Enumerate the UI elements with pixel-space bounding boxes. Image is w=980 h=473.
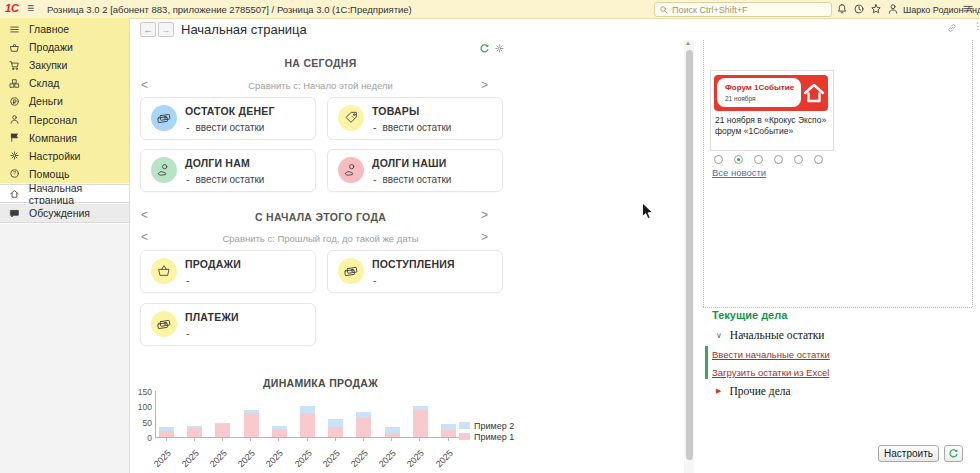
carousel-dot[interactable] [814, 155, 823, 164]
task-group-initial-balances[interactable]: ∨ Начальные остатки [716, 329, 825, 341]
sidebar-item-nastroyki[interactable]: Настройки [0, 147, 129, 165]
y-axis-label: 100 [130, 402, 152, 412]
user-account-icon[interactable] [887, 3, 899, 15]
all-news-link[interactable]: Все новости [712, 167, 766, 178]
scrollbar-up-icon[interactable]: ▲ [685, 40, 691, 46]
news-widget[interactable]: Форум 1Событие 21 ноября 21 ноября в «Кр… [710, 70, 834, 151]
chart-bar-segment [328, 419, 343, 426]
chart-bar-segment [356, 418, 371, 437]
sidebar-item-label: Склад [29, 77, 59, 89]
chart-bar-segment [187, 426, 202, 428]
back-button[interactable]: ← [140, 22, 156, 37]
settings-gear-icon[interactable] [494, 43, 505, 54]
news-caption[interactable]: 21 ноября в «Крокус Экспо» форум «1Событ… [715, 115, 828, 137]
more-menu-icon[interactable]: ⋮ [973, 21, 980, 31]
refresh-button[interactable] [944, 445, 963, 462]
chart-bar-segment [385, 433, 400, 437]
chart-bar-segment [413, 410, 428, 437]
hand-coin-icon [338, 157, 364, 183]
user-menu-icon[interactable] [962, 3, 974, 15]
current-tasks-heading: Текущие дела [712, 309, 787, 321]
x-axis-tick [250, 438, 251, 441]
search-input[interactable]: Поиск Ctrl+Shift+F [654, 2, 832, 17]
compare-with-label[interactable]: Сравнить с: Прошлый год, до такой же дат… [160, 233, 481, 244]
refresh-icon[interactable] [479, 43, 490, 54]
task-group-other-tasks[interactable]: ▶ Прочие дела [716, 385, 791, 397]
panel-divider [703, 307, 972, 308]
next-period-icon[interactable]: > [481, 231, 488, 243]
sidebar-item-label: Обсуждения [29, 207, 90, 219]
card-our-debts[interactable]: ДОЛГИ НАШИ -ввести остатки [327, 149, 503, 192]
task-group-label: Начальные остатки [730, 329, 825, 341]
news-banner[interactable]: Форум 1Событие 21 ноября [714, 75, 828, 111]
enter-initial-balances-link[interactable]: Ввести начальные остатки [712, 349, 830, 360]
prev-period-icon[interactable]: < [141, 231, 148, 243]
card-goods[interactable]: ТОВАРЫ -ввести остатки [327, 97, 503, 140]
chevron-down-icon[interactable]: ∨ [716, 331, 722, 340]
chart-bar-segment [441, 424, 456, 430]
get-link-icon[interactable] [946, 22, 958, 34]
favorites-star-icon[interactable] [870, 3, 882, 15]
banknotes-icon [338, 258, 364, 284]
card-value: - [186, 327, 190, 339]
notifications-bell-icon[interactable] [836, 3, 848, 15]
menu-icon [9, 24, 20, 35]
next-period-icon[interactable]: > [481, 79, 488, 91]
sidebar-item-pomosch[interactable]: ?Помощь [0, 165, 129, 183]
sidebar-item-label: Закупки [29, 59, 67, 71]
chart-bar-segment [159, 427, 174, 431]
enter-balances-link[interactable]: ввести остатки [383, 174, 452, 185]
price-tag-icon [338, 105, 364, 131]
prev-period-icon[interactable]: < [141, 79, 148, 91]
forward-button[interactable]: → [158, 22, 174, 37]
sidebar-item-label: Персонал [29, 114, 77, 126]
sidebar-item-kompaniya[interactable]: Компания [0, 129, 129, 147]
sidebar-item-prodazhi[interactable]: Продажи [0, 38, 129, 56]
banner-title: Форум 1Событие [725, 83, 794, 92]
configure-button[interactable]: Настроить [878, 445, 939, 462]
card-receipts[interactable]: ПОСТУПЛЕНИЯ - [327, 250, 503, 293]
enter-balances-link[interactable]: ввести остатки [383, 122, 452, 133]
sidebar-item-home-page[interactable]: Начальная страница [0, 184, 129, 203]
carousel-dot[interactable] [794, 155, 803, 164]
chart-bar-segment [328, 427, 343, 437]
carousel-dot[interactable] [734, 155, 743, 164]
enter-balances-link[interactable]: ввести остатки [196, 122, 265, 133]
load-balances-from-excel-link[interactable]: Загрузить остатки из Excel [712, 367, 829, 378]
main-menu-icon[interactable]: ≡ [27, 1, 34, 15]
card-title: ДОЛГИ НАМ [185, 157, 250, 169]
chart-bar-segment [272, 426, 287, 429]
legend-swatch [459, 422, 470, 429]
card-title: ПЛАТЕЖИ [185, 311, 239, 323]
mouse-cursor [641, 202, 654, 221]
sidebar-menu: Главное Продажи Закупки Склад Деньги Пер… [0, 18, 129, 183]
card-debts-to-us[interactable]: ДОЛГИ НАМ -ввести остатки [140, 149, 316, 192]
x-axis-tick [278, 438, 279, 441]
sidebar-item-label: Настройки [29, 150, 81, 162]
card-title: ПОСТУПЛЕНИЯ [372, 258, 455, 270]
sidebar-item-glavnoe[interactable]: Главное [0, 20, 129, 38]
enter-balances-link[interactable]: ввести остатки [196, 174, 265, 185]
carousel-dot[interactable] [714, 155, 723, 164]
sidebar-item-zakupki[interactable]: Закупки [0, 56, 129, 74]
y-axis-label: 150 [130, 387, 152, 397]
carousel-dot[interactable] [754, 155, 763, 164]
history-clock-icon[interactable] [853, 3, 865, 15]
sidebar-item-discussions[interactable]: Обсуждения [0, 204, 129, 223]
sidebar-item-sklad[interactable]: Склад [0, 74, 129, 92]
compare-with-label[interactable]: Сравнить с: Начало этой недели [160, 80, 481, 91]
card-sales[interactable]: ПРОДАЖИ - [140, 250, 316, 293]
scrollbar-thumb[interactable] [686, 50, 693, 460]
banner-pill: Форум 1Событие 21 ноября [717, 78, 801, 107]
carousel-dot[interactable] [774, 155, 783, 164]
card-payments[interactable]: ПЛАТЕЖИ - [140, 303, 316, 346]
card-value: - [186, 274, 190, 286]
chevron-right-icon[interactable]: ▶ [716, 387, 721, 395]
sidebar-item-label: Компания [29, 132, 77, 144]
sidebar-item-personal[interactable]: Персонал [0, 110, 129, 128]
x-axis-tick [222, 438, 223, 441]
sidebar-item-dengi[interactable]: Деньги [0, 92, 129, 110]
card-cash-balance[interactable]: ОСТАТОК ДЕНЕГ -ввести остатки [140, 97, 316, 140]
warehouse-boxes-icon [9, 78, 20, 89]
1c-logo: 1С [5, 2, 19, 14]
